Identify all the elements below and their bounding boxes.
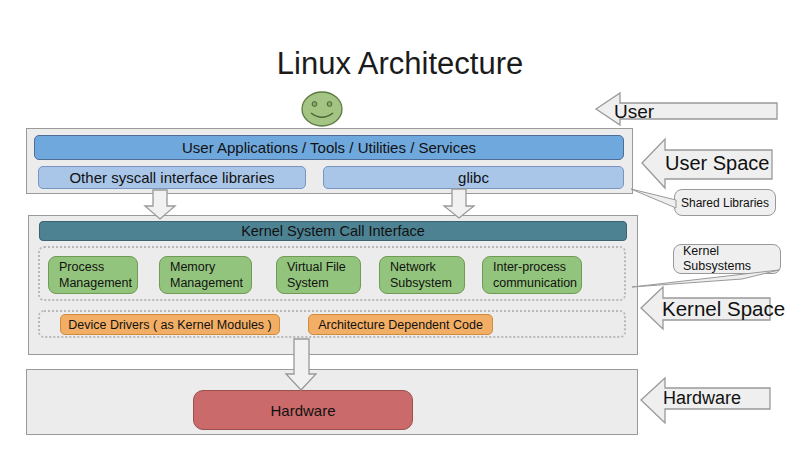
- user-arrow-label: User: [614, 101, 654, 123]
- subsystem-process-management: Process Management: [48, 256, 138, 294]
- kernel-subsystems-callout: Kernel Subsystems: [673, 244, 781, 274]
- user-space-arrow-label: User Space: [665, 152, 770, 175]
- hardware-box: Hardware: [193, 390, 413, 430]
- smiley-face-icon: [302, 92, 342, 126]
- shared-libraries-callout: Shared Libraries: [674, 189, 776, 216]
- subsystem-interprocess-communication: Inter-process communication: [482, 256, 582, 294]
- architecture-dependent-code-box: Architecture Dependent Code: [308, 314, 493, 335]
- linux-architecture-diagram: Linux Architecture User Applications / T…: [0, 0, 800, 452]
- subsystem-network-subsystem: Network Subsystem: [379, 256, 465, 294]
- device-drivers-box: Device Drivers ( as Kernel Modules ): [60, 314, 280, 335]
- subsystem-memory-management: Memory Management: [159, 256, 252, 294]
- kernel-syscall-interface-bar: Kernel System Call Interface: [39, 221, 627, 241]
- subsystem-virtual-file-system: Virtual File System: [276, 256, 361, 294]
- other-syscall-libraries-bar: Other syscall interface libraries: [38, 166, 306, 189]
- hardware-arrow-label: Hardware: [663, 388, 741, 409]
- page-title: Linux Architecture: [277, 46, 523, 82]
- shared-libraries-connector: [631, 189, 676, 208]
- kernel-space-arrow-label: Kernel Space: [662, 297, 785, 321]
- user-applications-bar: User Applications / Tools / Utilities / …: [34, 135, 624, 160]
- glibc-bar: glibc: [323, 166, 624, 189]
